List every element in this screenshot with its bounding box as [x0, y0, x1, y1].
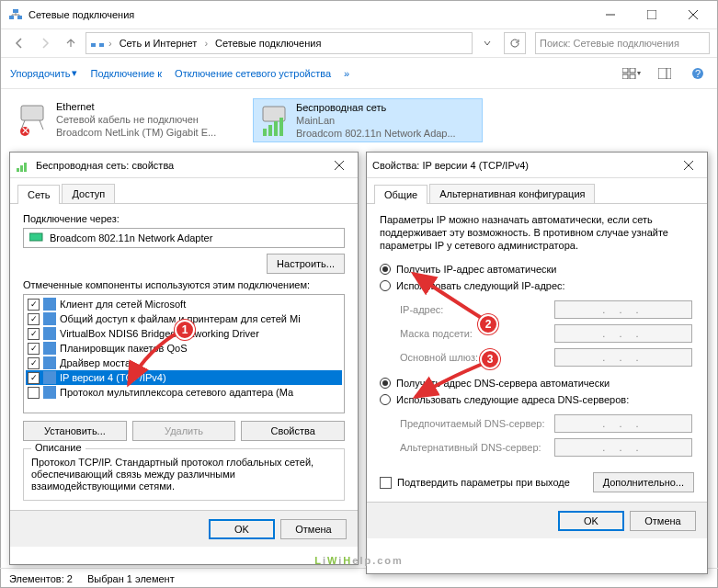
close-button[interactable]: [326, 155, 352, 175]
watermark: LiWiHelp.com: [314, 544, 404, 570]
search-input[interactable]: Поиск: Сетевые подключения: [535, 32, 710, 54]
close-button[interactable]: [676, 155, 701, 175]
component-properties-button[interactable]: Свойства: [241, 421, 345, 441]
connection-status: MainLan: [296, 114, 456, 127]
cancel-button[interactable]: Отмена: [280, 519, 347, 539]
minimize-button[interactable]: [589, 2, 631, 28]
navbar: › Сеть и Интернет › Сетевые подключения …: [1, 28, 717, 58]
connection-item-wireless[interactable]: Беспроводная сеть MainLan Broadcom 802.1…: [253, 98, 483, 142]
confirm-on-exit-checkbox[interactable]: [380, 477, 392, 489]
gateway-input: . . .: [554, 348, 692, 367]
dns1-label: Предпочитаемый DNS-сервер:: [400, 418, 547, 429]
breadcrumb[interactable]: › Сеть и Интернет › Сетевые подключения: [85, 32, 473, 54]
breadcrumb-item[interactable]: Сеть и Интернет: [116, 36, 201, 51]
command-toolbar: Упорядочить ▾ Подключение к Отключение с…: [1, 58, 717, 89]
svg-rect-27: [24, 163, 27, 172]
tab-bar: Сеть Доступ: [10, 178, 358, 204]
ethernet-icon: ✕: [17, 100, 51, 139]
checkbox-icon[interactable]: ✓: [28, 299, 40, 311]
maximize-button[interactable]: [631, 2, 672, 28]
checkbox-icon[interactable]: ✓: [28, 372, 40, 384]
svg-rect-9: [622, 68, 628, 73]
radio-icon: [380, 264, 391, 275]
connection-status: Сетевой кабель не подключен: [56, 113, 216, 126]
connection-adapter: Broadcom 802.11n Network Adap...: [296, 127, 456, 140]
configure-button[interactable]: Настроить...: [267, 254, 345, 274]
component-row[interactable]: ✓Клиент для сетей Microsoft: [26, 297, 342, 311]
svg-rect-11: [622, 74, 628, 79]
app-icon: [8, 7, 23, 22]
wifi-icon: [257, 101, 291, 140]
adapter-name: Broadcom 802.11n Network Adapter: [50, 232, 212, 243]
up-button[interactable]: [60, 32, 82, 54]
description-group: Описание Протокол TCP/IP. Стандартный пр…: [23, 448, 345, 501]
titlebar: Сетевые подключения: [1, 1, 717, 28]
annotation-badge-2: 2: [478, 314, 498, 334]
checkbox-icon[interactable]: ✓: [28, 357, 40, 369]
forward-button[interactable]: [34, 32, 56, 54]
chevron-right-icon: ›: [107, 38, 114, 49]
svg-rect-13: [658, 68, 671, 79]
checkbox-icon[interactable]: ✓: [28, 343, 40, 355]
connection-item-ethernet[interactable]: ✕ Ethernet Сетевой кабель не подключен B…: [14, 98, 244, 142]
description-text: Протокол TCP/IP. Стандартный протокол гл…: [31, 457, 336, 492]
svg-rect-22: [268, 125, 272, 136]
description-legend: Описание: [31, 442, 85, 453]
help-icon[interactable]: ?: [688, 63, 708, 84]
ok-button[interactable]: OK: [209, 519, 275, 539]
breadcrumb-item[interactable]: Сетевые подключения: [211, 36, 325, 51]
intro-text: Параметры IP можно назначать автоматичес…: [380, 213, 694, 252]
component-label: Клиент для сетей Microsoft: [60, 299, 186, 310]
annotation-badge-3: 3: [480, 349, 500, 369]
svg-rect-17: [21, 106, 43, 120]
close-button[interactable]: [672, 2, 713, 28]
connect-through-label: Подключение через:: [23, 213, 345, 224]
component-icon: [43, 327, 56, 340]
preview-pane-icon[interactable]: [655, 63, 675, 84]
svg-rect-12: [630, 74, 635, 79]
svg-rect-7: [91, 43, 96, 47]
component-icon: [43, 371, 56, 384]
svg-rect-25: [17, 168, 19, 172]
refresh-button[interactable]: [504, 32, 526, 54]
radio-icon: [380, 280, 391, 291]
back-button[interactable]: [8, 32, 30, 54]
svg-rect-30: [29, 233, 42, 241]
dialog-title: Свойства: IP версии 4 (TCP/IPv4): [372, 160, 676, 171]
dialog-titlebar: Беспроводная сеть: свойства: [10, 153, 358, 178]
breadcrumb-dropdown[interactable]: [476, 32, 498, 54]
checkbox-icon[interactable]: [28, 387, 40, 399]
svg-rect-10: [630, 68, 635, 73]
install-button[interactable]: Установить...: [23, 421, 127, 441]
remove-button: Удалить: [132, 421, 236, 441]
tab-general[interactable]: Общие: [374, 185, 427, 204]
network-card-icon: [29, 232, 44, 244]
adapter-field: Broadcom 802.11n Network Adapter: [23, 228, 345, 248]
connections-list: ✕ Ethernet Сетевой кабель не подключен B…: [1, 89, 717, 152]
toolbar-more[interactable]: »: [344, 68, 349, 79]
component-icon: [43, 386, 56, 399]
annotation-arrow-3: [405, 358, 515, 404]
tab-alternate[interactable]: Альтернативная конфигурация: [429, 184, 595, 203]
component-icon: [43, 298, 56, 311]
svg-rect-8: [99, 43, 104, 47]
status-selected: Выбран 1 элемент: [87, 573, 175, 584]
checkbox-icon[interactable]: ✓: [28, 313, 40, 325]
ip-address-input: . . .: [554, 300, 692, 319]
cancel-button[interactable]: Отмена: [630, 511, 696, 531]
tab-network[interactable]: Сеть: [17, 185, 60, 204]
tab-access[interactable]: Доступ: [62, 184, 115, 203]
advanced-button[interactable]: Дополнительно...: [593, 472, 694, 492]
dialog-title: Беспроводная сеть: свойства: [36, 160, 326, 171]
component-icon: [43, 342, 56, 355]
dns2-label: Альтернативный DNS-сервер:: [400, 442, 547, 453]
svg-rect-21: [263, 129, 267, 136]
checkbox-icon[interactable]: ✓: [28, 328, 40, 340]
confirm-on-exit-label: Подтвердить параметры при выходе: [397, 477, 570, 488]
view-options-icon[interactable]: ▾: [621, 63, 642, 84]
ok-button[interactable]: OK: [558, 511, 624, 531]
organize-menu[interactable]: Упорядочить ▾: [10, 67, 77, 79]
svg-rect-24: [279, 118, 283, 136]
connect-button[interactable]: Подключение к: [90, 68, 162, 79]
disable-device-button[interactable]: Отключение сетевого устройства: [175, 68, 331, 79]
